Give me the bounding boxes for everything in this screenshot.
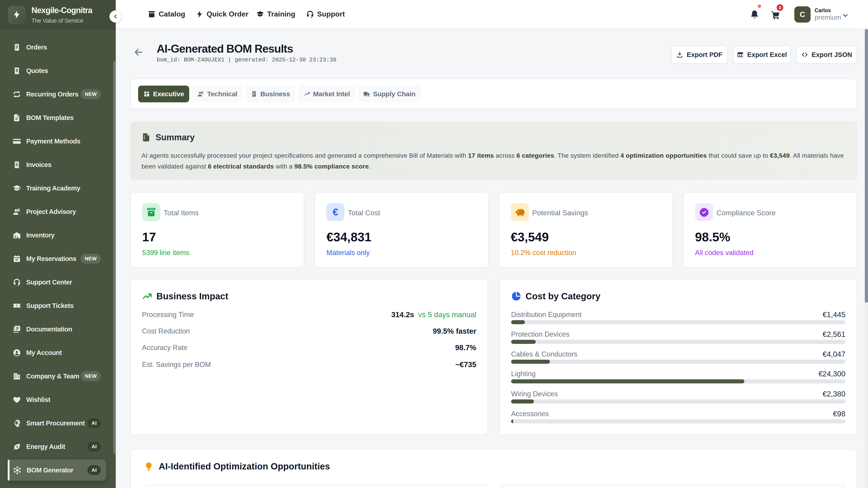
svg-text:€: € <box>333 207 338 218</box>
